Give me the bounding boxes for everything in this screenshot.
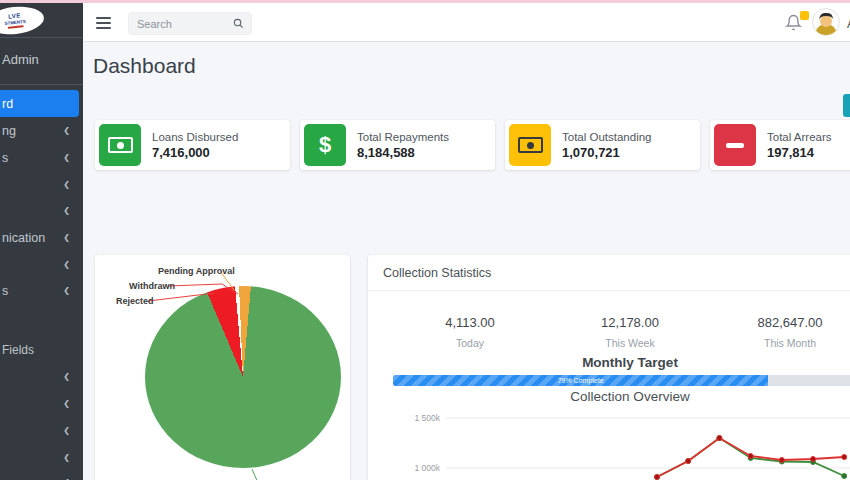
cutoff-teal-button[interactable] <box>843 94 850 117</box>
sidebar-item-3[interactable]: ❮ <box>0 171 83 198</box>
sidebar-divider <box>0 84 83 85</box>
chevron-left-icon: ❮ <box>63 153 70 162</box>
banknote-icon <box>99 124 141 166</box>
stat-value: 8,184,588 <box>357 145 449 160</box>
stat-label: Loans Disbursed <box>152 131 238 143</box>
chevron-left-icon: ❮ <box>63 233 70 242</box>
collection-overview-chart[interactable]: 1 500k1 000k <box>368 405 850 480</box>
sidebar-item-7[interactable]: s ❮ <box>0 277 83 304</box>
svg-text:1 500k: 1 500k <box>414 413 440 423</box>
sidebar-item-13[interactable]: ❮ <box>0 469 83 480</box>
search-input[interactable] <box>129 18 233 30</box>
stat-this-week: 12,178.00 This Week <box>550 315 710 349</box>
chevron-left-icon: ❮ <box>63 286 70 295</box>
stat-value: 1,070,721 <box>562 145 652 160</box>
sidebar-item-10[interactable]: ❮ <box>0 390 83 417</box>
sidebar: LVE STMENTS Admin rd ng ❮ s ❮ ❮ ❮ nicati… <box>0 0 83 480</box>
top-accent-strip <box>0 0 850 3</box>
notifications-bell[interactable] <box>785 14 803 32</box>
sidebar-item-11[interactable]: ❮ <box>0 417 83 444</box>
progress-label: 79% Complete <box>558 377 604 384</box>
collection-overview-title: Collection Overview <box>368 389 850 404</box>
stat-value: 7,416,000 <box>152 145 238 160</box>
chevron-left-icon: ❮ <box>63 260 70 269</box>
collection-statistics-header: Collection Statistics <box>368 255 850 291</box>
collection-statistics-title: Collection Statistics <box>383 266 491 280</box>
brand-logo-area[interactable]: LVE STMENTS <box>0 2 83 38</box>
card-total-outstanding[interactable]: Total Outstanding 1,070,721 <box>505 120 700 170</box>
stat-label: Total Arrears <box>767 131 832 143</box>
search-icon[interactable] <box>233 18 244 29</box>
chevron-left-icon: ❮ <box>63 372 70 381</box>
user-avatar[interactable] <box>812 8 840 36</box>
pie-label-withdrawn: Withdrawn <box>129 281 175 291</box>
sidebar-item-12[interactable]: ❮ <box>0 444 83 471</box>
monthly-target-progress: 79% Complete <box>393 375 850 386</box>
progress-fill: 79% Complete <box>393 375 768 386</box>
card-total-arrears[interactable]: Total Arrears 197,814 <box>710 120 850 170</box>
chevron-left-icon: ❮ <box>63 399 70 408</box>
chevron-left-icon: ❮ <box>63 126 70 135</box>
stat-label: Total Outstanding <box>562 131 652 143</box>
chevron-left-icon: ❮ <box>63 426 70 435</box>
sidebar-item-6[interactable]: ❮ <box>0 251 83 278</box>
search-box <box>128 12 252 35</box>
stat-today: 4,113.00 Today <box>390 315 550 349</box>
sidebar-item-1[interactable]: ng ❮ <box>0 117 83 144</box>
brand-logo: LVE STMENTS <box>0 4 45 37</box>
main-content: Dashboard Loans Disbursed 7,416,000 $ To… <box>83 43 850 480</box>
stat-label: Total Repayments <box>357 131 449 143</box>
chevron-left-icon: ❮ <box>63 453 70 462</box>
sidebar-item-dashboard[interactable]: rd <box>0 90 79 117</box>
sidebar-item-communication[interactable]: nication ❮ <box>0 224 83 251</box>
sidebar-item-custom-fields[interactable]: Fields <box>0 336 83 363</box>
chevron-left-icon: ❮ <box>63 206 70 215</box>
card-loans-disbursed[interactable]: Loans Disbursed 7,416,000 <box>95 120 290 170</box>
chevron-left-icon: ❮ <box>63 180 70 189</box>
monthly-target-label: Monthly Target <box>368 355 850 370</box>
pie-label-pending-approval: Pending Approval <box>158 266 235 276</box>
stat-this-month: 882,647.00 This Month <box>710 315 850 349</box>
topbar: Admin <box>83 3 850 42</box>
banknote-icon <box>509 124 551 166</box>
collection-stats-row: 4,113.00 Today 12,178.00 This Week 882,6… <box>390 315 850 349</box>
sidebar-item-9[interactable]: ❮ <box>0 363 83 390</box>
notification-badge <box>800 11 809 20</box>
minus-icon <box>714 124 756 166</box>
svg-text:1 000k: 1 000k <box>414 463 440 473</box>
card-total-repayments[interactable]: $ Total Repayments 8,184,588 <box>300 120 495 170</box>
sidebar-user-label: Admin <box>2 52 39 67</box>
sidebar-item-4[interactable]: ❮ <box>0 197 83 224</box>
page-title: Dashboard <box>93 54 196 78</box>
collection-statistics-card: Collection Statistics 4,113.00 Today 12,… <box>368 255 850 480</box>
pie-label-rejected: Rejected <box>116 296 154 306</box>
stat-cards-row: Loans Disbursed 7,416,000 $ Total Repaym… <box>95 120 850 170</box>
loan-status-pie-card: Pending Approval Withdrawn Rejected <box>95 255 350 480</box>
dollar-icon: $ <box>304 124 346 166</box>
stat-value: 197,814 <box>767 145 832 160</box>
sidebar-item-2[interactable]: s ❮ <box>0 144 83 171</box>
logo-swash <box>8 25 24 28</box>
menu-toggle-icon[interactable] <box>96 17 111 29</box>
